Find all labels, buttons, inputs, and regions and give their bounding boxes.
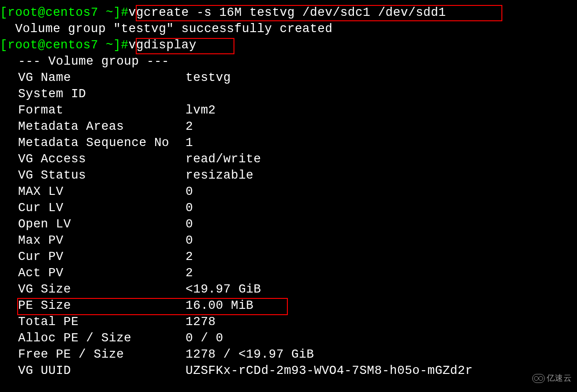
field-label: Max PV bbox=[18, 232, 186, 249]
field-label: Act PV bbox=[18, 265, 186, 281]
shell-prompt: [root@centos7 ~]# bbox=[0, 37, 129, 53]
field-value: lvm2 bbox=[186, 102, 577, 118]
field-value: 0 bbox=[186, 184, 577, 200]
field-value: 0 / 0 bbox=[186, 330, 577, 346]
field-cur-lv: Cur LV 0 bbox=[0, 200, 577, 216]
field-value: 16.00 MiB bbox=[186, 298, 577, 314]
command-vgdisplay: vgdisplay bbox=[129, 37, 196, 53]
field-label: VG Size bbox=[18, 281, 186, 298]
field-label: Cur LV bbox=[18, 200, 186, 216]
field-vg-size: VG Size <19.97 GiB bbox=[0, 281, 577, 298]
field-open-lv: Open LV 0 bbox=[0, 216, 577, 232]
field-label: Format bbox=[18, 102, 186, 118]
field-label: Total PE bbox=[18, 314, 186, 330]
prompt-line-1[interactable]: [root@centos7 ~]#vgcreate -s 16M testvg … bbox=[0, 5, 577, 21]
field-value: 2 bbox=[186, 118, 577, 135]
field-value: UZSFKx-rCDd-2m93-WVO4-7SM8-h05o-mGZd2r bbox=[186, 363, 577, 379]
field-label: VG Access bbox=[18, 151, 186, 167]
field-value: 0 bbox=[186, 216, 577, 232]
field-value: 0 bbox=[186, 200, 577, 216]
field-label: VG Name bbox=[18, 70, 186, 86]
watermark-icon bbox=[532, 374, 545, 383]
field-vg-name: VG Name testvg bbox=[0, 70, 577, 86]
field-metadata-seq: Metadata Sequence No 1 bbox=[0, 135, 577, 151]
field-alloc-pe: Alloc PE / Size 0 / 0 bbox=[0, 330, 577, 346]
field-value: 1278 bbox=[186, 314, 577, 330]
field-value: 2 bbox=[186, 265, 577, 281]
field-label: MAX LV bbox=[18, 184, 186, 200]
field-value: testvg bbox=[186, 70, 577, 86]
field-act-pv: Act PV 2 bbox=[0, 265, 577, 281]
field-label: VG UUID bbox=[18, 363, 186, 379]
field-pe-size: PE Size 16.00 MiB bbox=[0, 298, 577, 314]
field-value: 1 bbox=[186, 135, 577, 151]
field-value bbox=[186, 86, 577, 102]
field-vg-access: VG Access read/write bbox=[0, 151, 577, 167]
field-value: <19.97 GiB bbox=[186, 281, 577, 298]
field-total-pe: Total PE 1278 bbox=[0, 314, 577, 330]
shell-prompt: [root@centos7 ~]# bbox=[0, 5, 129, 21]
output-create-success: Volume group "testvg" successfully creat… bbox=[0, 21, 577, 37]
field-system-id: System ID bbox=[0, 86, 577, 102]
terminal-output: [root@centos7 ~]#vgcreate -s 16M testvg … bbox=[0, 5, 577, 379]
watermark-text: 亿速云 bbox=[547, 370, 572, 387]
field-label: PE Size bbox=[18, 298, 186, 314]
field-label: VG Status bbox=[18, 167, 186, 184]
field-free-pe: Free PE / Size 1278 / <19.97 GiB bbox=[0, 346, 577, 363]
field-label: Open LV bbox=[18, 216, 186, 232]
field-value: resizable bbox=[186, 167, 577, 184]
prompt-line-2[interactable]: [root@centos7 ~]#vgdisplay bbox=[0, 37, 577, 53]
field-label: Alloc PE / Size bbox=[18, 330, 186, 346]
field-max-lv: MAX LV 0 bbox=[0, 184, 577, 200]
field-label: Free PE / Size bbox=[18, 346, 186, 363]
output-header: --- Volume group --- bbox=[0, 53, 577, 70]
field-value: 1278 / <19.97 GiB bbox=[186, 346, 577, 363]
watermark: 亿速云 bbox=[532, 370, 572, 387]
field-value: read/write bbox=[186, 151, 577, 167]
field-value: 0 bbox=[186, 232, 577, 249]
field-label: Metadata Sequence No bbox=[18, 135, 186, 151]
field-metadata-areas: Metadata Areas 2 bbox=[0, 118, 577, 135]
field-label: System ID bbox=[18, 86, 186, 102]
field-max-pv: Max PV 0 bbox=[0, 232, 577, 249]
field-format: Format lvm2 bbox=[0, 102, 577, 118]
field-vg-uuid: VG UUID UZSFKx-rCDd-2m93-WVO4-7SM8-h05o-… bbox=[0, 363, 577, 379]
field-vg-status: VG Status resizable bbox=[0, 167, 577, 184]
field-label: Metadata Areas bbox=[18, 118, 186, 135]
field-cur-pv: Cur PV 2 bbox=[0, 249, 577, 265]
field-value: 2 bbox=[186, 249, 577, 265]
field-label: Cur PV bbox=[18, 249, 186, 265]
command-vgcreate: vgcreate -s 16M testvg /dev/sdc1 /dev/sd… bbox=[129, 5, 446, 21]
